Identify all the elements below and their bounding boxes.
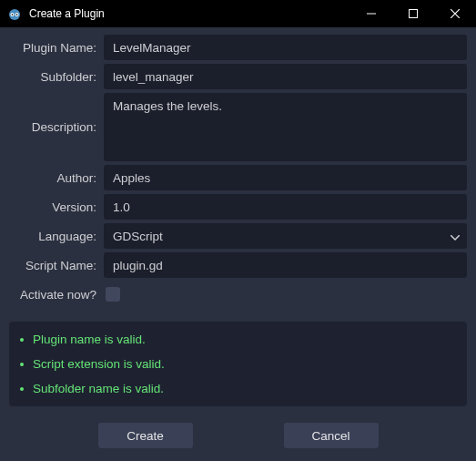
validation-text: Script extension is valid. <box>33 357 165 371</box>
minimize-button[interactable] <box>350 0 392 27</box>
close-button[interactable] <box>434 0 476 27</box>
svg-rect-5 <box>410 10 418 18</box>
label-activate: Activate now? <box>9 288 96 302</box>
window-title: Create a Plugin <box>29 7 350 20</box>
select-language-value[interactable] <box>104 223 467 249</box>
dialog-window: Create a Plugin Plugin Name: Subfolder: … <box>0 0 476 461</box>
row-script-name: Script Name: <box>9 252 467 278</box>
bullet-icon <box>20 363 24 366</box>
label-version: Version: <box>9 200 96 214</box>
label-plugin-name: Plugin Name: <box>9 41 96 55</box>
svg-point-4 <box>16 14 18 15</box>
validation-item: Script extension is valid. <box>18 357 458 371</box>
row-version: Version: <box>9 194 467 220</box>
create-button[interactable]: Create <box>98 423 193 448</box>
godot-icon <box>7 6 22 21</box>
validation-text: Plugin name is valid. <box>33 333 146 346</box>
checkbox-activate[interactable] <box>106 287 120 302</box>
row-activate: Activate now? <box>9 282 467 307</box>
row-description: Description: <box>9 93 467 161</box>
dialog-content: Plugin Name: Subfolder: Description: Aut… <box>0 27 476 461</box>
window-controls <box>350 0 476 27</box>
dialog-buttons: Create Cancel <box>9 410 467 459</box>
row-subfolder: Subfolder: <box>9 64 467 89</box>
input-version[interactable] <box>104 194 467 220</box>
validation-item: Plugin name is valid. <box>18 333 458 346</box>
bullet-icon <box>20 338 24 342</box>
row-language: Language: <box>9 223 467 249</box>
validation-panel: Plugin name is valid. Script extension i… <box>9 322 467 406</box>
input-author[interactable] <box>104 165 467 190</box>
maximize-button[interactable] <box>392 0 434 27</box>
input-subfolder[interactable] <box>104 64 467 89</box>
cancel-button[interactable]: Cancel <box>284 423 379 448</box>
titlebar: Create a Plugin <box>0 0 476 27</box>
label-subfolder: Subfolder: <box>9 70 96 84</box>
row-plugin-name: Plugin Name: <box>9 35 467 60</box>
row-author: Author: <box>9 165 467 190</box>
label-author: Author: <box>9 171 96 185</box>
label-script-name: Script Name: <box>9 259 96 272</box>
svg-point-3 <box>12 14 14 15</box>
input-script-name[interactable] <box>104 252 467 278</box>
input-description[interactable] <box>104 93 467 161</box>
bullet-icon <box>20 387 24 391</box>
select-language[interactable] <box>104 223 467 249</box>
validation-text: Subfolder name is valid. <box>33 382 164 395</box>
input-plugin-name[interactable] <box>104 35 467 60</box>
label-description: Description: <box>9 120 96 134</box>
validation-item: Subfolder name is valid. <box>18 382 458 395</box>
label-language: Language: <box>9 230 96 243</box>
